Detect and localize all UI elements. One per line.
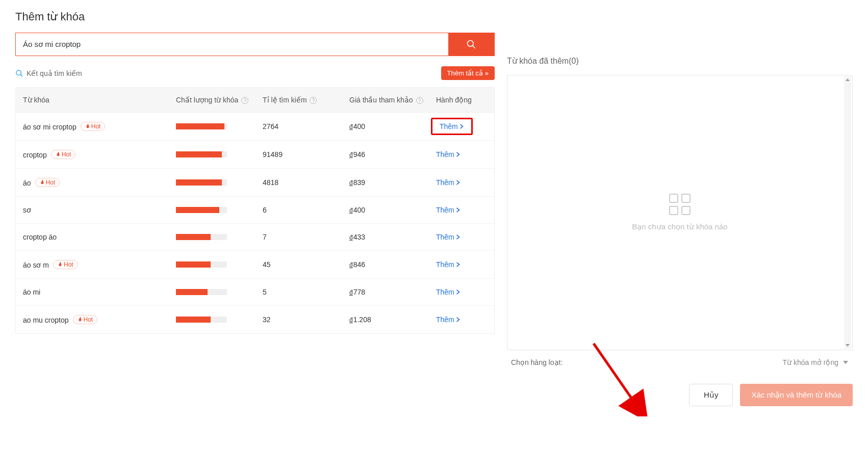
- add-keyword-button[interactable]: Thêm: [436, 233, 461, 241]
- help-icon[interactable]: ?: [416, 97, 423, 104]
- chevron-right-icon: [459, 124, 464, 129]
- cell-bid: đ433: [349, 233, 436, 241]
- table-row: áo sơ mi croptopHot2764đ400Thêm: [16, 113, 494, 141]
- col-header-bid: Giá thầu tham khảo ?: [349, 96, 436, 104]
- add-keyword-button[interactable]: Thêm: [440, 122, 464, 130]
- cell-keyword: áoHot: [23, 178, 176, 187]
- cell-action: Thêm: [436, 315, 487, 324]
- cell-keyword: croptopHot: [23, 150, 176, 159]
- empty-grid-icon: [669, 194, 691, 215]
- search-icon: [466, 39, 476, 49]
- chevron-right-icon: [455, 234, 461, 240]
- search-button[interactable]: [448, 33, 494, 56]
- search-bar: [15, 33, 495, 56]
- table-row: sơ6đ400Thêm: [16, 197, 494, 224]
- help-icon[interactable]: ?: [241, 97, 248, 104]
- batch-select[interactable]: Từ khóa mở rộng: [783, 358, 849, 366]
- cell-action: Thêm: [436, 206, 487, 214]
- add-keyword-button[interactable]: Thêm: [436, 150, 461, 159]
- table-row: áo mi5đ778Thêm: [16, 279, 494, 306]
- cell-bid: đ778: [349, 288, 436, 296]
- keyword-text: áo sơ m: [23, 261, 49, 269]
- annotation-highlight: Thêm: [431, 118, 473, 135]
- keyword-text: áo mi: [23, 288, 40, 296]
- hot-badge: Hot: [81, 122, 106, 131]
- chevron-right-icon: [455, 317, 461, 322]
- quality-bar: [176, 317, 227, 323]
- cancel-button[interactable]: Hủy: [689, 384, 733, 406]
- svg-line-1: [473, 46, 475, 48]
- table-row: croptop áo7đ433Thêm: [16, 224, 494, 251]
- cell-action: Thêm: [436, 178, 487, 187]
- search-result-icon: [15, 69, 23, 77]
- cell-rate: 91489: [263, 150, 349, 159]
- chevron-right-icon: [455, 207, 461, 213]
- scrollbar[interactable]: [844, 76, 851, 349]
- cell-keyword: ao mu croptopHot: [23, 315, 176, 324]
- cell-quality: [176, 234, 263, 240]
- cell-action: Thêm: [436, 122, 487, 130]
- page-title: Thêm từ khóa: [15, 10, 853, 23]
- flame-icon: [85, 123, 90, 129]
- add-all-label: Thêm tất cả: [447, 69, 483, 77]
- add-keyword-button[interactable]: Thêm: [436, 315, 461, 324]
- cell-bid: đ839: [349, 178, 436, 187]
- hot-badge: Hot: [53, 260, 78, 269]
- hot-badge: Hot: [51, 150, 76, 159]
- cell-rate: 7: [263, 233, 349, 241]
- flame-icon: [56, 151, 61, 157]
- cell-rate: 2764: [263, 122, 349, 130]
- add-keyword-button[interactable]: Thêm: [436, 288, 461, 296]
- table-row: áoHot4818đ839Thêm: [16, 169, 494, 197]
- confirm-button[interactable]: Xác nhận và thêm từ khóa: [740, 384, 853, 406]
- cell-rate: 45: [263, 260, 349, 269]
- cell-bid: đ846: [349, 260, 436, 269]
- chevron-right-icon: [455, 180, 461, 185]
- cell-quality: [176, 123, 263, 129]
- cell-action: Thêm: [436, 260, 487, 269]
- add-all-button[interactable]: Thêm tất cả »: [441, 66, 495, 80]
- cell-rate: 32: [263, 315, 349, 324]
- search-input[interactable]: [16, 33, 448, 56]
- table-header: Từ khóa Chất lượng từ khóa ? Tỉ lệ tìm k…: [16, 87, 494, 113]
- keyword-text: ao mu croptop: [23, 316, 69, 324]
- cell-action: Thêm: [436, 288, 487, 296]
- quality-bar: [176, 207, 227, 213]
- svg-point-0: [468, 41, 474, 47]
- add-keyword-button[interactable]: Thêm: [436, 260, 461, 269]
- chevron-down-icon: [843, 359, 849, 365]
- cell-bid: đ400: [349, 206, 436, 214]
- cell-keyword: sơ: [23, 206, 176, 214]
- empty-message: Bạn chưa chọn từ khóa nào: [632, 222, 727, 231]
- cell-quality: [176, 317, 263, 323]
- add-keyword-button[interactable]: Thêm: [436, 206, 461, 214]
- quality-bar: [176, 261, 227, 268]
- svg-line-3: [20, 74, 22, 76]
- chevron-right-icon: [455, 152, 461, 157]
- table-row: ao mu croptopHot32đ1.208Thêm: [16, 306, 494, 333]
- results-label: Kết quả tìm kiếm: [15, 69, 82, 77]
- cell-bid: đ946: [349, 150, 436, 159]
- selected-keywords-panel: Bạn chưa chọn từ khóa nào: [507, 75, 853, 350]
- keyword-text: áo: [23, 179, 31, 187]
- keyword-text: croptop áo: [23, 233, 57, 241]
- quality-bar: [176, 289, 227, 295]
- cell-quality: [176, 261, 263, 268]
- add-keyword-button[interactable]: Thêm: [436, 178, 461, 187]
- chevron-right-icon: [455, 262, 461, 267]
- help-icon[interactable]: ?: [310, 97, 317, 104]
- keyword-text: áo sơ mi croptop: [23, 123, 76, 131]
- cell-quality: [176, 207, 263, 213]
- table-row: áo sơ mHot45đ846Thêm: [16, 251, 494, 279]
- cell-action: Thêm: [436, 150, 487, 159]
- keyword-table: Từ khóa Chất lượng từ khóa ? Tỉ lệ tìm k…: [15, 87, 495, 334]
- flame-icon: [78, 317, 83, 323]
- cell-rate: 6: [263, 206, 349, 214]
- selected-title: Từ khóa đã thêm(0): [507, 56, 853, 66]
- quality-bar: [176, 179, 227, 186]
- cell-bid: đ1.208: [349, 315, 436, 324]
- flame-icon: [58, 261, 63, 268]
- batch-option-text: Từ khóa mở rộng: [783, 358, 838, 366]
- cell-bid: đ400: [349, 122, 436, 130]
- col-header-quality: Chất lượng từ khóa ?: [176, 96, 263, 104]
